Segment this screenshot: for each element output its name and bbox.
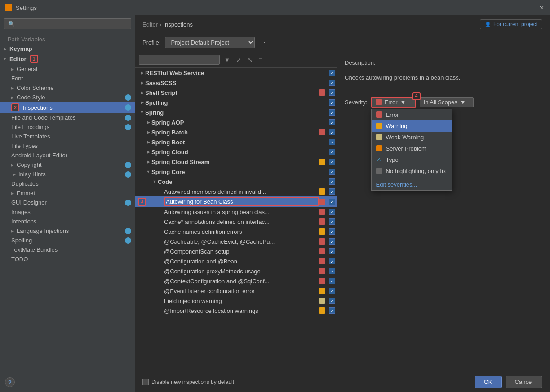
tree-row[interactable]: ▶ Spring Batch — [135, 127, 337, 137]
expand-all-button[interactable]: ⤢ — [235, 56, 243, 64]
row-checkbox[interactable] — [329, 218, 335, 225]
scope-dropdown-button[interactable]: In All Scopes ▼ — [420, 97, 474, 107]
row-checkbox[interactable] — [329, 268, 335, 274]
sidebar-item-emmet[interactable]: ▶ Emmet — [0, 188, 135, 198]
sidebar-item-gui-designer[interactable]: GUI Designer — [0, 198, 135, 207]
row-checkbox[interactable] — [329, 89, 335, 96]
row-checkbox[interactable] — [329, 199, 335, 205]
row-checkbox[interactable] — [329, 159, 335, 165]
sidebar-item-editor[interactable]: ▼ Editor 1 — [0, 53, 135, 64]
tree-row[interactable]: ▶ RESTful Web Service — [135, 68, 337, 78]
tree-row-selected[interactable]: 3 Autowiring for Bean Class — [135, 196, 337, 207]
sidebar-item-general[interactable]: ▶ General — [0, 64, 135, 74]
ok-button[interactable]: OK — [475, 376, 502, 388]
severity-menu-error[interactable]: Error — [372, 109, 452, 120]
severity-dropdown-button[interactable]: Error ▼ — [371, 97, 416, 108]
sidebar-item-live-templates[interactable]: Live Templates — [0, 132, 135, 141]
inspections-search-input[interactable] — [139, 55, 220, 65]
close-button[interactable]: ✕ — [538, 4, 545, 11]
row-checkbox[interactable] — [329, 149, 335, 155]
row-checkbox[interactable] — [329, 278, 335, 284]
profile-select[interactable]: Project Default Project — [165, 37, 255, 48]
sidebar-item-code-style[interactable]: ▶ Code Style — [0, 93, 135, 102]
profile-menu-button[interactable]: ⋮ — [259, 38, 270, 47]
row-checkbox[interactable] — [329, 228, 335, 235]
tree-row[interactable]: ▶ Spring Cloud — [135, 147, 337, 157]
tree-row[interactable]: @EventListener configuration error — [135, 286, 337, 296]
help-button[interactable]: ? — [5, 377, 15, 387]
sidebar-item-font[interactable]: Font — [0, 74, 135, 83]
tree-row[interactable]: ▼ Spring — [135, 107, 337, 117]
row-checkbox[interactable] — [329, 129, 335, 135]
tree-row[interactable]: @ContextConfiguration and @SqlConf... — [135, 276, 337, 286]
row-checkbox[interactable] — [329, 248, 335, 254]
sidebar-item-todo[interactable]: TODO — [0, 254, 135, 264]
severity-menu-typo[interactable]: A Typo — [372, 154, 452, 165]
disable-checkbox[interactable] — [142, 379, 149, 385]
sidebar-label: File Types — [11, 143, 38, 149]
sidebar-search-input[interactable] — [4, 18, 131, 29]
sidebar-item-file-types[interactable]: File Types — [0, 141, 135, 151]
row-checkbox[interactable] — [329, 178, 335, 185]
tree-row[interactable]: @ComponentScan setup — [135, 246, 337, 256]
tree-row[interactable]: Field injection warning — [135, 296, 337, 306]
severity-menu-warning[interactable]: Warning — [372, 120, 452, 132]
view-options-button[interactable]: □ — [257, 56, 264, 64]
tree-row[interactable]: @Configuration proxyMethods usage — [135, 266, 337, 276]
row-checkbox[interactable] — [329, 109, 335, 116]
row-checkbox[interactable] — [329, 80, 335, 86]
row-checkbox[interactable] — [329, 99, 335, 106]
cancel-button[interactable]: Cancel — [506, 376, 542, 388]
tree-row[interactable]: @Cacheable, @CacheEvict, @CachePu... — [135, 236, 337, 246]
row-checkbox[interactable] — [329, 139, 335, 145]
row-checkbox[interactable] — [329, 258, 335, 264]
severity-menu-edit[interactable]: Edit severities... — [372, 179, 452, 190]
tree-row[interactable]: @Configuration and @Bean — [135, 256, 337, 266]
row-checkbox[interactable] — [329, 238, 335, 245]
sidebar-item-path-variables[interactable]: Path Variables — [0, 35, 135, 44]
tree-row[interactable]: Autowiring issues in a spring bean clas.… — [135, 207, 337, 217]
sidebar-item-color-scheme[interactable]: ▶ Color Scheme — [0, 83, 135, 93]
severity-menu-server-problem[interactable]: Server Problem — [372, 143, 452, 154]
sidebar-item-duplicates[interactable]: Duplicates — [0, 179, 135, 188]
severity-menu-no-highlight[interactable]: No highlighting, only fix — [372, 165, 452, 177]
tree-row[interactable]: Cache names definition errors — [135, 227, 337, 236]
sidebar-item-textmate-bundles[interactable]: TextMate Bundles — [0, 245, 135, 254]
collapse-all-button[interactable]: ⤡ — [246, 56, 254, 64]
row-checkbox[interactable] — [329, 298, 335, 304]
tree-row[interactable]: @ImportResource location warnings — [135, 306, 337, 316]
tree-row[interactable]: ▶ Sass/SCSS — [135, 78, 337, 88]
tree-row[interactable]: ▶ Spring AOP — [135, 117, 337, 127]
sidebar-item-file-encodings[interactable]: File Encodings — [0, 122, 135, 132]
sidebar-item-inlay-hints[interactable]: ▶ Inlay Hints — [0, 169, 135, 179]
sidebar-item-file-code-templates[interactable]: File and Code Templates — [0, 113, 135, 122]
filter-button[interactable]: ▼ — [222, 56, 232, 64]
severity-indicator — [319, 307, 325, 314]
row-checkbox[interactable] — [329, 169, 335, 175]
sidebar-item-images[interactable]: Images — [0, 207, 135, 217]
sidebar-item-inspections[interactable]: 2 Inspections — [0, 102, 135, 113]
tree-row[interactable]: ▶ Spring Boot — [135, 137, 337, 147]
row-checkbox[interactable] — [329, 188, 335, 195]
sidebar-item-keymap[interactable]: ▶ Keymap — [0, 44, 135, 53]
tree-row[interactable]: ▼ Code — [135, 177, 337, 187]
row-checkbox[interactable] — [329, 70, 335, 76]
sidebar-item-language-injections[interactable]: ▶ Language Injections — [0, 226, 135, 236]
current-project-button[interactable]: 👤 For current project — [480, 19, 542, 29]
typo-label: Typo — [386, 156, 399, 163]
tree-row[interactable]: Autowired members defined in invalid... — [135, 187, 337, 196]
sidebar-item-intentions[interactable]: Intentions — [0, 217, 135, 226]
tree-row[interactable]: ▶ Spring Cloud Stream — [135, 157, 337, 167]
tree-row[interactable]: ▶ Spelling — [135, 98, 337, 107]
severity-menu-weak-warning[interactable]: Weak Warning — [372, 132, 452, 143]
tree-row[interactable]: Cache* annotations defined on interfac..… — [135, 217, 337, 227]
sidebar-item-copyright[interactable]: ▶ Copyright — [0, 160, 135, 169]
sidebar-item-android-layout-editor[interactable]: Android Layout Editor — [0, 151, 135, 160]
row-checkbox[interactable] — [329, 288, 335, 294]
row-checkbox[interactable] — [329, 209, 335, 215]
sidebar-item-spelling[interactable]: Spelling — [0, 236, 135, 245]
row-checkbox[interactable] — [329, 119, 335, 125]
tree-row[interactable]: ▶ Shell Script — [135, 88, 337, 98]
tree-row[interactable]: ▼ Spring Core — [135, 167, 337, 177]
row-checkbox[interactable] — [329, 307, 335, 314]
